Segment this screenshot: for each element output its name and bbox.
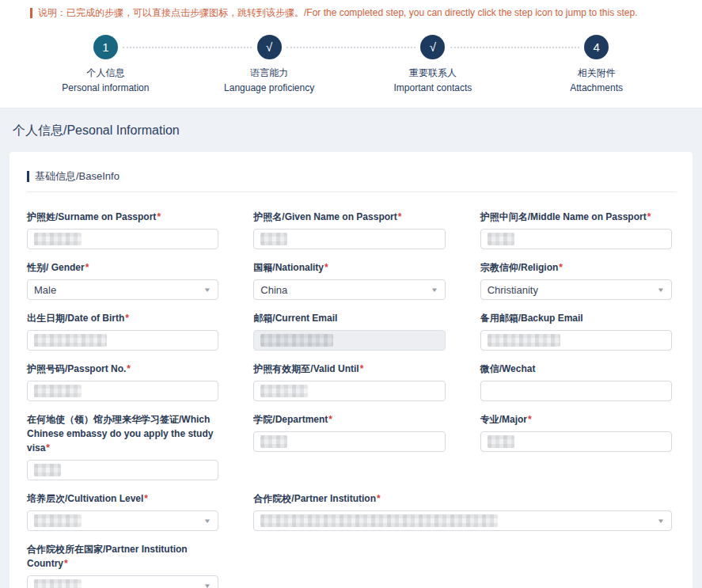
required-asterisk: * bbox=[377, 493, 381, 504]
redacted-value bbox=[488, 435, 514, 448]
given-name-input[interactable] bbox=[253, 229, 445, 249]
religion-select[interactable]: Christianity▼ bbox=[480, 279, 672, 300]
required-asterisk: * bbox=[127, 363, 131, 374]
field-label: 出生日期/Date of Birth* bbox=[27, 311, 218, 325]
field-embassy: 在何地使（领）馆办理来华学习签证/Which Chinese embassy d… bbox=[27, 412, 218, 480]
redacted-value bbox=[260, 385, 308, 397]
notice-bar: 说明：已完成的步骤，可以直接点击步骤图标，跳转到该步骤。/For the com… bbox=[30, 6, 702, 20]
field-label: 性别/ Gender* bbox=[27, 260, 218, 275]
redacted-value bbox=[34, 385, 82, 397]
field-gender: 性别/ Gender* Male▼ bbox=[27, 260, 218, 300]
major-input[interactable] bbox=[480, 431, 672, 452]
middle-name-input[interactable] bbox=[480, 229, 672, 249]
redacted-value bbox=[34, 579, 82, 588]
redacted-value bbox=[34, 233, 82, 245]
field-label: 邮箱/Current Email bbox=[253, 311, 445, 325]
section-header-baseinfo: 基础信息/BaseInfo bbox=[27, 169, 677, 192]
field-partner-institution: 合作院校/Partner Institution* ▼ bbox=[253, 491, 672, 531]
redacted-value bbox=[34, 334, 107, 347]
step-label-en: Personal information bbox=[62, 82, 149, 93]
base-info-form: 护照姓/Surname on Passport* 护照名/Given Name … bbox=[27, 210, 677, 588]
field-department: 学院/Department* bbox=[253, 412, 445, 452]
required-asterisk: * bbox=[360, 363, 364, 374]
department-input[interactable] bbox=[253, 431, 445, 452]
step-1-icon[interactable]: 1 bbox=[93, 35, 118, 59]
selected-value: Male bbox=[34, 284, 56, 296]
step-label-zh: 语言能力 bbox=[250, 66, 288, 80]
required-asterisk: * bbox=[647, 211, 651, 222]
field-label: 护照号码/Passport No.* bbox=[27, 362, 218, 376]
step-language-proficiency[interactable]: √ 语言能力 Language proficiency bbox=[188, 31, 351, 93]
required-asterisk: * bbox=[46, 442, 50, 453]
page-header: 说明：已完成的步骤，可以直接点击步骤图标，跳转到该步骤。/For the com… bbox=[0, 0, 702, 108]
chevron-down-icon: ▼ bbox=[657, 286, 665, 294]
cultivation-level-select[interactable]: ▼ bbox=[27, 510, 218, 531]
redacted-value bbox=[260, 334, 333, 347]
field-middle-name: 护照中间名/Middle Name on Passport* bbox=[480, 210, 672, 249]
field-given-name: 护照名/Given Name on Passport* bbox=[253, 210, 445, 249]
required-asterisk: * bbox=[324, 262, 328, 273]
chevron-down-icon: ▼ bbox=[431, 286, 438, 294]
redacted-value bbox=[260, 514, 498, 527]
selected-value: China bbox=[260, 284, 287, 296]
step-4-icon[interactable]: 4 bbox=[584, 35, 609, 59]
field-current-email: 邮箱/Current Email bbox=[253, 311, 445, 351]
field-major: 专业/Major* bbox=[480, 412, 672, 452]
redacted-value bbox=[260, 435, 287, 448]
required-asterisk: * bbox=[398, 211, 402, 222]
redacted-value bbox=[34, 464, 61, 476]
required-asterisk: * bbox=[328, 414, 332, 425]
valid-until-input[interactable] bbox=[253, 381, 445, 401]
surname-input[interactable] bbox=[27, 229, 218, 249]
required-asterisk: * bbox=[144, 493, 148, 504]
step-label-zh: 重要联系人 bbox=[409, 66, 457, 80]
step-label-en: Language proficiency bbox=[224, 82, 314, 93]
field-label: 合作院校/Partner Institution* bbox=[253, 491, 672, 506]
field-label: 在何地使（领）馆办理来华学习签证/Which Chinese embassy d… bbox=[27, 412, 218, 455]
chevron-down-icon: ▼ bbox=[203, 286, 211, 294]
required-asterisk: * bbox=[64, 558, 68, 569]
field-nationality: 国籍/Nationality* China▼ bbox=[253, 260, 445, 300]
nationality-select[interactable]: China▼ bbox=[253, 279, 445, 300]
date-of-birth-input[interactable] bbox=[27, 330, 218, 351]
step-label-zh: 个人信息 bbox=[86, 66, 124, 80]
field-surname: 护照姓/Surname on Passport* bbox=[27, 210, 218, 249]
field-religion: 宗教信仰/Religion* Christianity▼ bbox=[480, 260, 672, 300]
field-label: 国籍/Nationality* bbox=[253, 260, 445, 275]
field-label: 护照中间名/Middle Name on Passport* bbox=[480, 210, 672, 224]
step-2-check-icon[interactable]: √ bbox=[257, 35, 282, 59]
wechat-input[interactable] bbox=[480, 381, 672, 401]
embassy-input[interactable] bbox=[27, 460, 218, 480]
current-email-input-disabled bbox=[253, 330, 445, 351]
gender-select[interactable]: Male▼ bbox=[27, 279, 218, 300]
chevron-down-icon: ▼ bbox=[657, 518, 665, 525]
partner-institution-country-select[interactable]: ▼ bbox=[27, 575, 218, 588]
page-title: 个人信息/Pesonal Information bbox=[13, 123, 693, 139]
field-partner-institution-country: 合作院校所在国家/Partner Institution Country* ▼ bbox=[27, 542, 218, 588]
step-label-en: Attachments bbox=[570, 82, 623, 93]
field-passport-no: 护照号码/Passport No.* bbox=[27, 362, 218, 401]
step-personal-information[interactable]: 1 个人信息 Personal information bbox=[24, 31, 188, 93]
field-cultivation-level: 培养层次/Cultivation Level* ▼ bbox=[27, 491, 218, 531]
field-date-of-birth: 出生日期/Date of Birth* bbox=[27, 311, 218, 351]
field-label: 宗教信仰/Religion* bbox=[480, 260, 672, 275]
step-attachments[interactable]: 4 相关附件 Attachments bbox=[514, 31, 678, 93]
backup-email-input[interactable] bbox=[480, 330, 672, 351]
field-label: 培养层次/Cultivation Level* bbox=[27, 491, 218, 506]
field-label: 合作院校所在国家/Partner Institution Country* bbox=[27, 542, 218, 571]
redacted-value bbox=[260, 233, 287, 245]
field-label: 护照名/Given Name on Passport* bbox=[253, 210, 445, 224]
step-important-contacts[interactable]: √ 重要联系人 Important contacts bbox=[351, 31, 515, 93]
field-wechat: 微信/Wechat bbox=[480, 362, 672, 401]
passport-no-input[interactable] bbox=[27, 381, 218, 401]
step-label-en: Important contacts bbox=[394, 82, 472, 93]
required-asterisk: * bbox=[559, 262, 563, 273]
field-label: 备用邮箱/Backup Email bbox=[480, 311, 672, 325]
required-asterisk: * bbox=[85, 262, 89, 273]
partner-institution-select[interactable]: ▼ bbox=[253, 510, 672, 531]
required-asterisk: * bbox=[528, 414, 532, 425]
redacted-value bbox=[488, 334, 560, 347]
main-content: 个人信息/Pesonal Information 基础信息/BaseInfo 护… bbox=[0, 108, 702, 588]
notice-text: 说明：已完成的步骤，可以直接点击步骤图标，跳转到该步骤。/For the com… bbox=[38, 6, 638, 20]
step-3-check-icon[interactable]: √ bbox=[420, 35, 445, 59]
